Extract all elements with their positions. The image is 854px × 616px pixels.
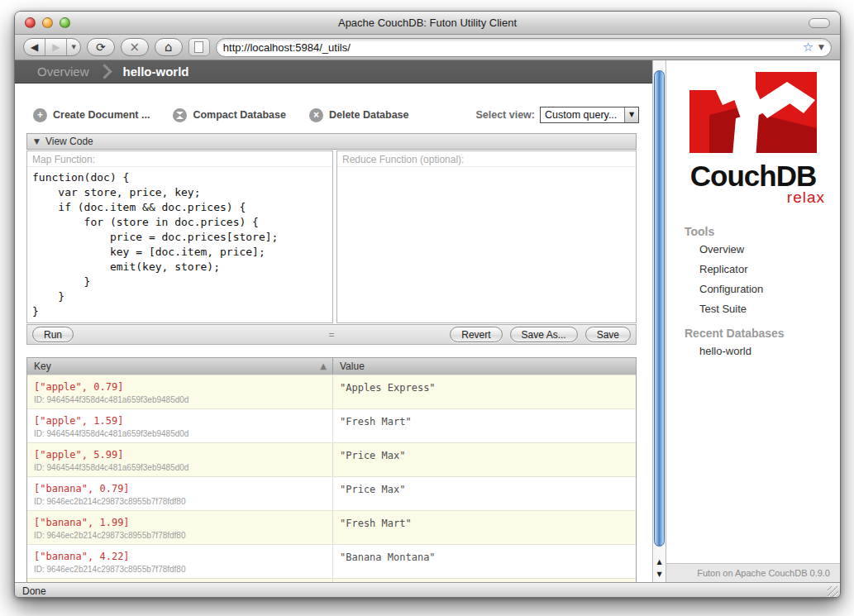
results-table: Key ▲ Value ["apple", 0.79] ID: 9464544f…: [26, 357, 637, 582]
delete-database-label: Delete Database: [329, 109, 409, 121]
row-key: ["apple", 5.99]: [34, 449, 326, 461]
url-input[interactable]: [223, 41, 803, 54]
table-row[interactable]: ["apple", 5.99] ID: 9464544f358d4c481a65…: [27, 442, 636, 476]
row-doc-id: ID: 9646ec2b214c29873c8955b7f78fdf80: [34, 531, 326, 540]
view-code-toggle[interactable]: ▼ View Code: [26, 133, 637, 150]
key-column-header[interactable]: Key ▲: [27, 358, 333, 375]
table-header: Key ▲ Value: [27, 358, 636, 375]
scroll-up-button[interactable]: ▲: [653, 556, 666, 568]
revert-button[interactable]: Revert: [450, 327, 502, 342]
logo-title: CouchDB: [676, 161, 830, 190]
stop-button[interactable]: ×: [121, 38, 149, 56]
row-doc-id: ID: 9464544f358d4c481a659f3eb9485d0d: [34, 395, 326, 404]
create-document-button[interactable]: + Create Document ...: [33, 108, 150, 122]
run-button[interactable]: Run: [32, 327, 74, 342]
reduce-function-label: Reduce Function (optional):: [337, 151, 636, 167]
sidebar-item-hello-world[interactable]: hello-world: [699, 345, 840, 357]
vertical-scrollbar[interactable]: ▲ ▼: [652, 60, 666, 582]
breadcrumb: Overview hello-world: [15, 60, 652, 84]
url-dropdown-icon[interactable]: ▼: [818, 44, 824, 51]
breadcrumb-current-database: hello-world: [123, 64, 189, 79]
row-value: "Price Max": [333, 443, 636, 476]
row-key: ["apple", 0.79]: [34, 381, 326, 393]
window-title: Apache CouchDB: Futon Utility Client: [15, 17, 840, 29]
sidebar-item-test-suite[interactable]: Test Suite: [699, 303, 840, 315]
sidebar-item-configuration[interactable]: Configuration: [699, 283, 840, 295]
table-row[interactable]: ["banana", 0.79] ID: 9646ec2b214c29873c8…: [27, 476, 636, 510]
nav-cluster: ◀ ▶ ▼: [23, 38, 81, 56]
page-icon: [194, 41, 203, 53]
row-value: "Price Max": [333, 477, 636, 510]
scroll-down-button[interactable]: ▼: [653, 568, 666, 580]
select-view-value: Custom query...: [541, 109, 624, 121]
table-row[interactable]: ["banana", 1.99] ID: 9646ec2b214c29873c8…: [27, 510, 636, 544]
browser-window: Apache CouchDB: Futon Utility Client ◀ ▶…: [14, 11, 841, 598]
reduce-function-pane: Reduce Function (optional):: [336, 150, 637, 323]
row-key: ["banana", 4.22]: [34, 551, 326, 562]
home-button[interactable]: ⌂: [155, 38, 183, 56]
row-doc-id: ID: 9646ec2b214c29873c8955b7f78fdf80: [34, 497, 326, 506]
view-code-buttonbar: Run = Revert Save As... Save: [26, 324, 637, 345]
select-view-dropdown[interactable]: Custom query... ▼: [540, 107, 639, 123]
forward-button[interactable]: ▶: [45, 39, 66, 55]
save-button[interactable]: Save: [585, 327, 631, 342]
row-key: ["banana", 1.99]: [34, 517, 326, 528]
toolbar-toggle-button[interactable]: [809, 18, 830, 28]
sidebar-footer-version: Futon on Apache CouchDB 0.9.0: [666, 563, 840, 582]
row-doc-id: ID: 9464544f358d4c481a659f3eb9485d0d: [34, 463, 326, 472]
proxy-page-button[interactable]: [188, 38, 210, 56]
compact-database-button[interactable]: Compact Database: [173, 108, 286, 122]
sidebar-item-replicator[interactable]: Replicator: [699, 263, 840, 275]
delete-circle-icon: ×: [309, 108, 323, 122]
sidebar: CouchDB relax Tools Overview Replicator …: [666, 60, 840, 582]
select-view-label: Select view:: [475, 109, 535, 121]
row-value: "Banana Montana": [333, 545, 636, 578]
row-value: "Apples Express": [333, 375, 636, 408]
tools-section: Tools Overview Replicator Configuration …: [666, 225, 840, 357]
home-icon: ⌂: [165, 41, 173, 54]
forward-icon: ▶: [52, 42, 60, 52]
breadcrumb-overview-link[interactable]: Overview: [37, 64, 89, 79]
url-bar: ☆ ▼: [216, 38, 832, 57]
table-row[interactable]: ["apple", 0.79] ID: 9464544f358d4c481a65…: [27, 375, 636, 408]
content-area: Overview hello-world + Create Document .…: [15, 60, 840, 582]
breadcrumb-chevron-icon: [97, 64, 112, 79]
row-value: "Fresh Mart": [333, 409, 636, 442]
recent-databases-heading: Recent Databases: [685, 327, 840, 340]
map-function-pane: Map Function: function(doc) { var store,…: [26, 150, 333, 323]
row-key: ["apple", 1.59]: [34, 415, 326, 427]
resize-grip[interactable]: [828, 586, 838, 597]
bookmark-star-icon[interactable]: ☆: [803, 41, 813, 54]
select-dropdown-icon: ▼: [624, 107, 638, 122]
view-code-section: ▼ View Code Map Function: function(doc) …: [26, 133, 637, 345]
desktop: Apache CouchDB: Futon Utility Client ◀ ▶…: [0, 0, 854, 616]
table-row[interactable]: ["banana", 4.22] ID: 9646ec2b214c29873c8…: [27, 544, 636, 578]
collapse-triangle-icon: ▼: [34, 138, 40, 146]
map-function-label: Map Function:: [27, 151, 332, 167]
main-panel: Overview hello-world + Create Document .…: [15, 60, 652, 582]
back-icon: ◀: [31, 42, 38, 52]
status-text: Done: [15, 585, 46, 597]
table-row[interactable]: ["apple", 1.59] ID: 9464544f358d4c481a65…: [27, 408, 636, 442]
reduce-function-editor[interactable]: [337, 167, 636, 322]
row-key: ["banana", 0.79]: [34, 483, 326, 494]
key-header-label: Key: [34, 361, 51, 372]
create-document-label: Create Document ...: [53, 109, 150, 121]
splitter-grip[interactable]: =: [328, 329, 334, 341]
value-header-label: Value: [340, 361, 365, 372]
back-button[interactable]: ◀: [24, 39, 45, 55]
scrollbar-thumb[interactable]: [654, 70, 665, 547]
couchdb-couch-graphic: [683, 70, 823, 160]
reload-button[interactable]: ⟳: [87, 38, 115, 56]
history-dropdown-button[interactable]: ▼: [66, 39, 79, 55]
value-column-header[interactable]: Value: [333, 358, 636, 375]
browser-toolbar: ◀ ▶ ▼ ⟳ × ⌂ ☆: [15, 35, 840, 60]
database-actions-toolbar: + Create Document ... Compact Database ×…: [26, 105, 639, 125]
delete-database-button[interactable]: × Delete Database: [309, 108, 409, 122]
reload-icon: ⟳: [96, 41, 106, 53]
sidebar-item-overview[interactable]: Overview: [699, 243, 840, 255]
map-function-editor[interactable]: function(doc) { var store, price, key; i…: [27, 167, 332, 322]
save-as-button[interactable]: Save As...: [510, 327, 578, 342]
tools-heading: Tools: [685, 225, 840, 238]
compact-circle-icon: [173, 108, 187, 122]
